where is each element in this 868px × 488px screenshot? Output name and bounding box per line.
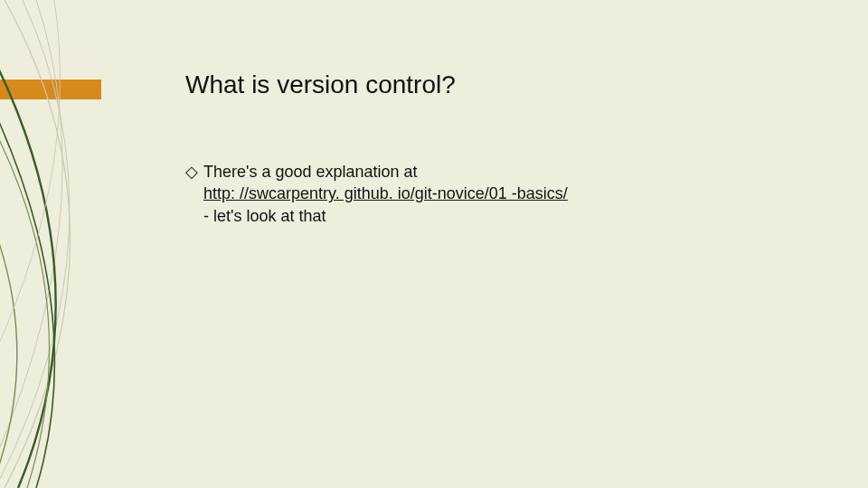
bullet-text: There's a good explanation at http: //sw… <box>203 161 764 227</box>
bullet-line-1: There's a good explanation at <box>203 163 418 181</box>
accent-bar <box>0 80 101 99</box>
diamond-bullet-icon: ◇ <box>185 161 198 227</box>
slide-title: What is version control? <box>185 70 456 99</box>
explanation-link[interactable]: http: //swcarpentry. github. io/git-novi… <box>203 184 568 202</box>
slide-content: ◇ There's a good explanation at http: //… <box>185 161 764 227</box>
bullet-item: ◇ There's a good explanation at http: //… <box>185 161 764 227</box>
bullet-line-3: - let's look at that <box>203 207 326 225</box>
